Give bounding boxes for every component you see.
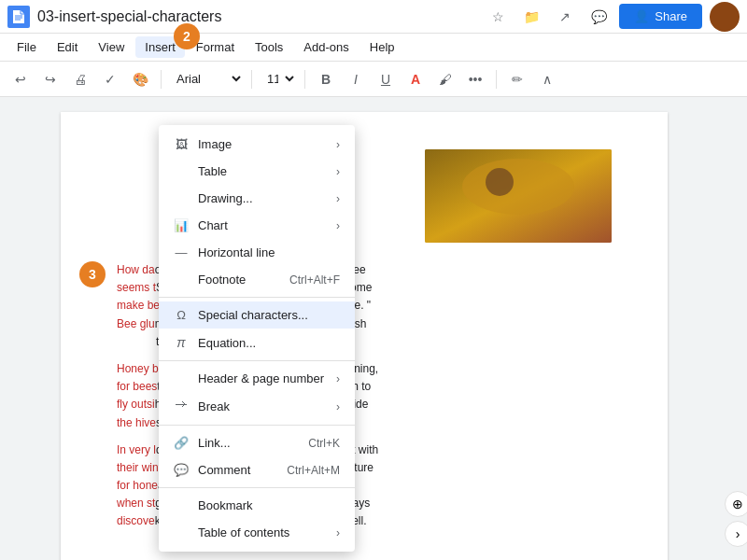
menu-divider-1 <box>159 297 355 298</box>
doc-image <box>425 149 612 243</box>
spellcheck-button[interactable]: ✓ <box>97 66 123 92</box>
underline-button[interactable]: U <box>373 66 399 92</box>
font-size-select[interactable]: 11 <box>260 69 297 89</box>
toolbar-separator-2 <box>251 70 252 89</box>
comment-icon[interactable]: 💬 <box>585 4 612 30</box>
insert-footnote-option[interactable]: Footnote Ctrl+Alt+F <box>159 266 355 293</box>
menu-addons[interactable]: Add-ons <box>294 36 358 58</box>
title-bar: 03-insert-special-characters ☆ 📁 ↗ 💬 👤 S… <box>0 0 747 34</box>
insert-table-option[interactable]: Table › <box>159 158 355 185</box>
share-button[interactable]: 👤 Share <box>619 4 702 29</box>
annotation-badge-3: 3 <box>79 261 106 287</box>
svg-point-5 <box>486 168 514 196</box>
insert-comment-option[interactable]: 💬 Comment Ctrl+Alt+M <box>159 456 355 483</box>
doc-area: 3 How daound, all busy at different task… <box>0 97 728 560</box>
insert-header-option[interactable]: Header & page number › <box>159 365 355 392</box>
more-options-button[interactable]: ••• <box>462 66 488 92</box>
redo-button[interactable]: ↪ <box>37 66 63 92</box>
print-button[interactable]: 🖨 <box>67 66 93 92</box>
arrow-icon: › <box>336 372 340 385</box>
folder-icon[interactable]: 📁 <box>518 4 544 30</box>
menu-edit[interactable]: Edit <box>48 36 87 58</box>
menu-view[interactable]: View <box>89 36 134 58</box>
arrow-icon: › <box>336 526 340 539</box>
insert-chart-option[interactable]: 📊 Chart › <box>159 212 355 239</box>
main-area: 3 How daound, all busy at different task… <box>0 97 747 560</box>
image-icon: 🖼 <box>174 137 189 151</box>
menu-divider-3 <box>159 425 355 426</box>
trending-icon[interactable]: ↗ <box>552 4 578 30</box>
insert-link-option[interactable]: 🔗 Link... Ctrl+K <box>159 429 355 456</box>
menu-bar: File Edit View Insert 2 Format Tools Add… <box>0 34 747 62</box>
comment-menu-icon: 💬 <box>174 463 189 477</box>
text-color-button[interactable]: A <box>402 66 429 92</box>
doc-page: 3 How daound, all busy at different task… <box>61 112 668 560</box>
insert-hline-option[interactable]: — Horizontal line <box>159 239 355 266</box>
menu-divider-2 <box>159 360 355 361</box>
arrow-icon: › <box>336 192 340 205</box>
chart-icon: 📊 <box>174 218 189 232</box>
collapse-button[interactable]: ∧ <box>534 66 560 92</box>
highlight-button[interactable]: 🖌 <box>432 66 458 92</box>
menu-insert[interactable]: Insert 2 <box>135 36 185 58</box>
insert-image-option[interactable]: 🖼 Image › <box>159 131 355 158</box>
arrow-icon: › <box>336 165 340 178</box>
break-icon <box>174 399 189 414</box>
hline-icon: — <box>174 245 189 259</box>
special-chars-icon: Ω <box>174 308 189 322</box>
arrow-icon: › <box>336 219 340 232</box>
link-icon: 🔗 <box>174 436 189 450</box>
toolbar: ↩ ↪ 🖨 ✓ 🎨 Arial 11 B I U A 🖌 ••• ✏ ∧ <box>0 62 747 97</box>
toolbar-separator-3 <box>304 70 305 89</box>
menu-format[interactable]: Format <box>187 36 244 58</box>
equation-icon: π <box>174 335 189 350</box>
menu-file[interactable]: File <box>7 36 46 58</box>
bookmark-star-icon[interactable]: ☆ <box>485 4 511 30</box>
insert-bookmark-option[interactable]: Bookmark <box>159 492 355 519</box>
insert-toc-option[interactable]: Table of contents › <box>159 519 355 546</box>
menu-help[interactable]: Help <box>360 36 404 58</box>
menu-tools[interactable]: Tools <box>246 36 292 58</box>
toolbar-separator-1 <box>161 70 162 89</box>
edit-mode-button[interactable]: ✏ <box>504 66 530 92</box>
bold-button[interactable]: B <box>313 66 339 92</box>
arrow-icon: › <box>336 138 340 151</box>
right-sidebar: ⊕ › <box>728 97 747 560</box>
arrow-icon: › <box>336 400 340 413</box>
menu-divider-4 <box>159 487 355 488</box>
insert-break-option[interactable]: Break › <box>159 392 355 421</box>
document-title: 03-insert-special-characters <box>37 8 477 25</box>
insert-drawing-option[interactable]: Drawing... › <box>159 185 355 212</box>
italic-button[interactable]: I <box>343 66 369 92</box>
undo-button[interactable]: ↩ <box>7 66 34 92</box>
title-icons: ☆ 📁 ↗ 💬 👤 Share <box>485 2 740 32</box>
doc-icon <box>7 6 30 28</box>
share-icon: 👤 <box>634 9 649 23</box>
svg-point-4 <box>462 159 574 215</box>
user-avatar[interactable] <box>710 2 740 32</box>
font-family-select[interactable]: Arial <box>169 69 244 89</box>
paint-format-button[interactable]: 🎨 <box>127 66 153 92</box>
insert-dropdown-menu: 🖼 Image › Table › Drawing... › 📊 Chart ›… <box>159 125 355 552</box>
insert-special-chars-option[interactable]: Ω Special characters... <box>159 301 355 329</box>
toolbar-separator-4 <box>496 70 497 89</box>
insert-equation-option[interactable]: π Equation... <box>159 329 355 357</box>
